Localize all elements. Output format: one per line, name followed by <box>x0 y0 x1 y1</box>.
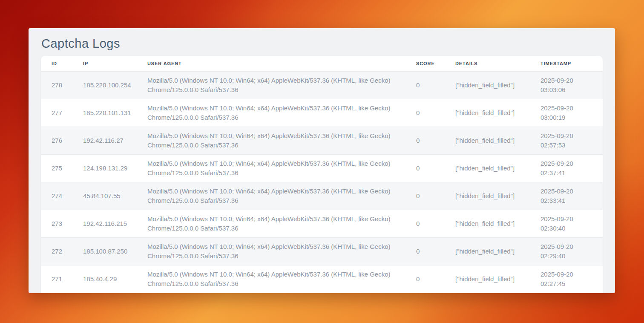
cell-details: ["hidden_field_filled"] <box>445 265 530 293</box>
cell-ip: 192.42.116.27 <box>72 127 137 154</box>
cell-user-agent: Mozilla/5.0 (Windows NT 10.0; Win64; x64… <box>137 154 405 182</box>
table-row: 273 192.42.116.215 Mozilla/5.0 (Windows … <box>41 210 603 237</box>
cell-score: 0 <box>405 265 445 293</box>
column-header-id: ID <box>41 56 72 71</box>
table-row: 276 192.42.116.27 Mozilla/5.0 (Windows N… <box>41 127 603 154</box>
cell-ip: 192.42.116.215 <box>72 210 137 237</box>
timestamp-text: 2025-09-20 02:27:45 <box>540 270 588 288</box>
table-row: 275 124.198.131.29 Mozilla/5.0 (Windows … <box>41 154 603 182</box>
cell-user-agent: Mozilla/5.0 (Windows NT 10.0; Win64; x64… <box>137 99 405 127</box>
column-header-score: SCORE <box>405 56 445 71</box>
cell-ip: 185.40.4.29 <box>72 265 137 293</box>
cell-timestamp: 2025-09-20 03:00:19 <box>530 99 603 127</box>
page-background: Captcha Logs ID IP USER AGENT SCORE <box>0 0 644 323</box>
captcha-logs-table: ID IP USER AGENT SCORE DETAILS TIMESTAMP… <box>41 56 603 293</box>
table-row: 274 45.84.107.55 Mozilla/5.0 (Windows NT… <box>41 182 603 210</box>
cell-user-agent: Mozilla/5.0 (Windows NT 10.0; Win64; x64… <box>137 182 405 210</box>
cell-ip: 185.220.101.131 <box>72 99 137 127</box>
column-header-details: DETAILS <box>445 56 530 71</box>
cell-id: 278 <box>41 71 72 99</box>
cell-timestamp: 2025-09-20 02:27:45 <box>530 265 603 293</box>
cell-timestamp: 2025-09-20 02:57:53 <box>530 127 603 154</box>
cell-user-agent: Mozilla/5.0 (Windows NT 10.0; Win64; x64… <box>137 71 405 99</box>
table-row: 277 185.220.101.131 Mozilla/5.0 (Windows… <box>41 99 603 127</box>
cell-timestamp: 2025-09-20 02:29:40 <box>530 237 603 265</box>
table-row: 272 185.100.87.250 Mozilla/5.0 (Windows … <box>41 237 603 265</box>
cell-id: 272 <box>41 237 72 265</box>
cell-score: 0 <box>405 182 445 210</box>
timestamp-text: 2025-09-20 02:29:40 <box>540 242 588 261</box>
captcha-logs-card: Captcha Logs ID IP USER AGENT SCORE <box>29 28 615 293</box>
cell-id: 271 <box>41 265 72 293</box>
cell-timestamp: 2025-09-20 02:37:41 <box>530 154 603 182</box>
timestamp-text: 2025-09-20 02:37:41 <box>540 159 588 178</box>
cell-ip: 185.220.100.254 <box>72 71 137 99</box>
cell-user-agent: Mozilla/5.0 (Windows NT 10.0; Win64; x64… <box>137 210 405 237</box>
cell-score: 0 <box>405 71 445 99</box>
cell-timestamp: 2025-09-20 03:03:06 <box>530 71 603 99</box>
timestamp-text: 2025-09-20 02:57:53 <box>540 131 588 150</box>
cell-id: 274 <box>41 182 72 210</box>
column-header-user-agent: USER AGENT <box>137 56 405 71</box>
cell-details: ["hidden_field_filled"] <box>445 71 530 99</box>
cell-user-agent: Mozilla/5.0 (Windows NT 10.0; Win64; x64… <box>137 265 405 293</box>
timestamp-text: 2025-09-20 03:00:19 <box>540 104 588 122</box>
cell-ip: 45.84.107.55 <box>72 182 137 210</box>
cell-timestamp: 2025-09-20 02:30:40 <box>530 210 603 237</box>
cell-id: 277 <box>41 99 72 127</box>
cell-ip: 185.100.87.250 <box>72 237 137 265</box>
table-header: ID IP USER AGENT SCORE DETAILS TIMESTAMP <box>41 56 603 71</box>
cell-details: ["hidden_field_filled"] <box>445 154 530 182</box>
cell-score: 0 <box>405 210 445 237</box>
cell-ip: 124.198.131.29 <box>72 154 137 182</box>
cell-details: ["hidden_field_filled"] <box>445 210 530 237</box>
cell-id: 275 <box>41 154 72 182</box>
page-title: Captcha Logs <box>29 28 615 52</box>
table-body: 278 185.220.100.254 Mozilla/5.0 (Windows… <box>41 71 603 293</box>
cell-score: 0 <box>405 154 445 182</box>
timestamp-text: 2025-09-20 03:03:06 <box>540 76 588 95</box>
table-row: 278 185.220.100.254 Mozilla/5.0 (Windows… <box>41 71 603 99</box>
cell-id: 273 <box>41 210 72 237</box>
cell-details: ["hidden_field_filled"] <box>445 237 530 265</box>
cell-score: 0 <box>405 127 445 154</box>
cell-id: 276 <box>41 127 72 154</box>
cell-score: 0 <box>405 99 445 127</box>
cell-details: ["hidden_field_filled"] <box>445 127 530 154</box>
cell-score: 0 <box>405 237 445 265</box>
timestamp-text: 2025-09-20 02:30:40 <box>540 214 588 233</box>
logs-table: ID IP USER AGENT SCORE DETAILS TIMESTAMP… <box>41 56 603 293</box>
cell-details: ["hidden_field_filled"] <box>445 99 530 127</box>
column-header-ip: IP <box>72 56 137 71</box>
cell-timestamp: 2025-09-20 02:33:41 <box>530 182 603 210</box>
cell-details: ["hidden_field_filled"] <box>445 182 530 210</box>
column-header-timestamp: TIMESTAMP <box>530 56 603 71</box>
table-row: 271 185.40.4.29 Mozilla/5.0 (Windows NT … <box>41 265 603 293</box>
timestamp-text: 2025-09-20 02:33:41 <box>540 187 588 205</box>
cell-user-agent: Mozilla/5.0 (Windows NT 10.0; Win64; x64… <box>137 127 405 154</box>
cell-user-agent: Mozilla/5.0 (Windows NT 10.0; Win64; x64… <box>137 237 405 265</box>
